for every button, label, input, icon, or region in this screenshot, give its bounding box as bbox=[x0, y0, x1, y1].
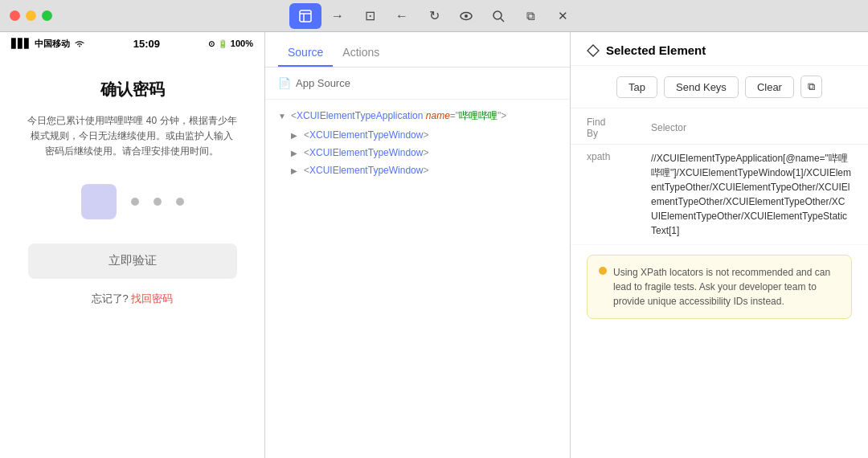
close-button[interactable] bbox=[10, 10, 20, 21]
inspector-icon-btn[interactable] bbox=[289, 3, 321, 29]
refresh-btn[interactable]: ↻ bbox=[418, 3, 450, 29]
tree-arrow-1: ▶ bbox=[291, 131, 301, 140]
panel-tabs: Source Actions bbox=[265, 32, 570, 67]
xml-tree[interactable]: ▼ <XCUIElementTypeApplication name="哔哩哔哩… bbox=[265, 100, 570, 458]
arrow-right-icon: → bbox=[331, 9, 344, 23]
pin-dot-3 bbox=[176, 198, 184, 206]
main-layout: ▋▋▋ 中国移动 15:09 ⊙ 🔋 100% 确认密码 bbox=[0, 32, 868, 458]
eye-btn[interactable] bbox=[450, 3, 482, 29]
svg-point-4 bbox=[465, 14, 468, 18]
warning-icon bbox=[599, 267, 607, 275]
traffic-lights bbox=[10, 10, 52, 21]
tree-arrow-root: ▼ bbox=[278, 112, 288, 121]
refresh-icon: ↻ bbox=[429, 8, 440, 23]
close-window-btn[interactable]: ✕ bbox=[547, 3, 579, 29]
arrow-right-btn[interactable]: → bbox=[321, 3, 354, 29]
clear-button[interactable]: Clear bbox=[745, 76, 794, 98]
send-keys-button[interactable]: Send Keys bbox=[664, 76, 739, 98]
titlebar: → ⊡ ← ↻ ⧉ ✕ bbox=[0, 0, 868, 32]
back-icon: ← bbox=[395, 9, 408, 23]
statusbar-time: 15:09 bbox=[133, 38, 160, 50]
xpath-find-by: xpath bbox=[571, 145, 635, 245]
forgot-link[interactable]: 找回密码 bbox=[131, 292, 173, 305]
tree-root-tag: <XCUIElementTypeApplication name="哔哩哔哩"> bbox=[291, 109, 506, 123]
search-btn[interactable] bbox=[482, 3, 514, 29]
selector-table: Find By Selector xpath //XCUIElementType… bbox=[571, 108, 868, 245]
phone-panel: ▋▋▋ 中国移动 15:09 ⊙ 🔋 100% 确认密码 bbox=[0, 32, 265, 458]
titlebar-toolbar: → ⊡ ← ↻ ⧉ ✕ bbox=[289, 3, 579, 29]
carrier-label: 中国移动 bbox=[35, 38, 70, 50]
phone-title: 确认密码 bbox=[100, 79, 165, 100]
selected-element-panel: Selected Element Tap Send Keys Clear ⧉ F… bbox=[571, 32, 868, 458]
xpath-row: xpath //XCUIElementTypeApplication[@name… bbox=[571, 145, 868, 245]
pin-input-area bbox=[81, 184, 184, 219]
resize-icon: ⊡ bbox=[365, 8, 375, 23]
maximize-button[interactable] bbox=[42, 10, 52, 21]
pin-box-1[interactable] bbox=[81, 184, 117, 219]
phone-description: 今日您已累计使用哔哩哔哩 40 分钟，根据青少年 模式规则，今日无法继续使用。或… bbox=[27, 113, 236, 160]
camera-icon: ⊙ bbox=[208, 39, 215, 48]
tab-source[interactable]: Source bbox=[278, 39, 333, 67]
battery-level: 100% bbox=[231, 39, 253, 48]
copy-btn[interactable]: ⧉ bbox=[514, 3, 547, 29]
tree-window-3[interactable]: ▶ <XCUIElementTypeWindow> bbox=[265, 162, 570, 179]
svg-marker-7 bbox=[588, 45, 599, 56]
svg-line-6 bbox=[501, 18, 504, 22]
tree-arrow-3: ▶ bbox=[291, 166, 301, 175]
selected-element-title: Selected Element bbox=[606, 43, 706, 57]
copy-selector-button[interactable]: ⧉ bbox=[800, 76, 822, 98]
tree-window-2[interactable]: ▶ <XCUIElementTypeWindow> bbox=[265, 144, 570, 162]
tree-tag-1: <XCUIElementTypeWindow> bbox=[304, 129, 428, 141]
tap-button[interactable]: Tap bbox=[616, 76, 657, 98]
signal-icon: ▋▋▋ bbox=[11, 39, 31, 49]
tree-tag-2: <XCUIElementTypeWindow> bbox=[304, 147, 428, 158]
pin-dot-1 bbox=[131, 198, 139, 206]
resize-btn[interactable]: ⊡ bbox=[354, 3, 386, 29]
statusbar-left: ▋▋▋ 中国移动 bbox=[11, 38, 85, 50]
app-source-title: 📄 App Source bbox=[265, 67, 570, 100]
document-icon: 📄 bbox=[278, 77, 291, 89]
selected-element-header: Selected Element bbox=[571, 32, 868, 66]
tree-window-1[interactable]: ▶ <XCUIElementTypeWindow> bbox=[265, 126, 570, 144]
pin-dot-2 bbox=[154, 198, 162, 206]
tree-root-item[interactable]: ▼ <XCUIElementTypeApplication name="哔哩哔哩… bbox=[265, 106, 570, 126]
search-icon bbox=[491, 9, 506, 23]
tree-arrow-2: ▶ bbox=[291, 149, 301, 157]
minimize-button[interactable] bbox=[26, 10, 36, 21]
forgot-link-row: 忘记了? 找回密码 bbox=[92, 292, 174, 306]
tab-actions[interactable]: Actions bbox=[333, 39, 389, 67]
eye-icon bbox=[459, 9, 473, 23]
inspector-icon bbox=[298, 9, 313, 23]
tree-tag-3: <XCUIElementTypeWindow> bbox=[304, 165, 428, 176]
phone-statusbar: ▋▋▋ 中国移动 15:09 ⊙ 🔋 100% bbox=[0, 32, 264, 55]
svg-point-5 bbox=[493, 11, 502, 19]
selector-header: Selector bbox=[635, 108, 868, 145]
window-close-icon: ✕ bbox=[558, 9, 568, 23]
xpath-warning: Using XPath locators is not recommended … bbox=[587, 255, 852, 319]
phone-content: 确认密码 今日您已累计使用哔哩哔哩 40 分钟，根据青少年 模式规则，今日无法继… bbox=[0, 55, 264, 458]
wifi-icon bbox=[74, 39, 85, 49]
svg-rect-0 bbox=[300, 10, 311, 22]
warning-text: Using XPath locators is not recommended … bbox=[613, 265, 840, 309]
statusbar-right: ⊙ 🔋 100% bbox=[208, 39, 253, 48]
selected-element-actions: Tap Send Keys Clear ⧉ bbox=[571, 66, 868, 108]
diamond-icon bbox=[587, 44, 600, 57]
battery-icon: 🔋 bbox=[218, 39, 227, 48]
copy-icon: ⧉ bbox=[526, 9, 535, 23]
find-by-header: Find By bbox=[571, 108, 635, 145]
verify-button[interactable]: 立即验证 bbox=[28, 243, 237, 279]
xpath-selector-value: //XCUIElementTypeApplication[@name="哔哩哔哩… bbox=[635, 145, 868, 245]
back-btn[interactable]: ← bbox=[386, 3, 418, 29]
source-panel: Source Actions 📄 App Source ▼ <XCUIEleme… bbox=[265, 32, 571, 458]
forgot-prefix: 忘记了? bbox=[92, 292, 129, 305]
